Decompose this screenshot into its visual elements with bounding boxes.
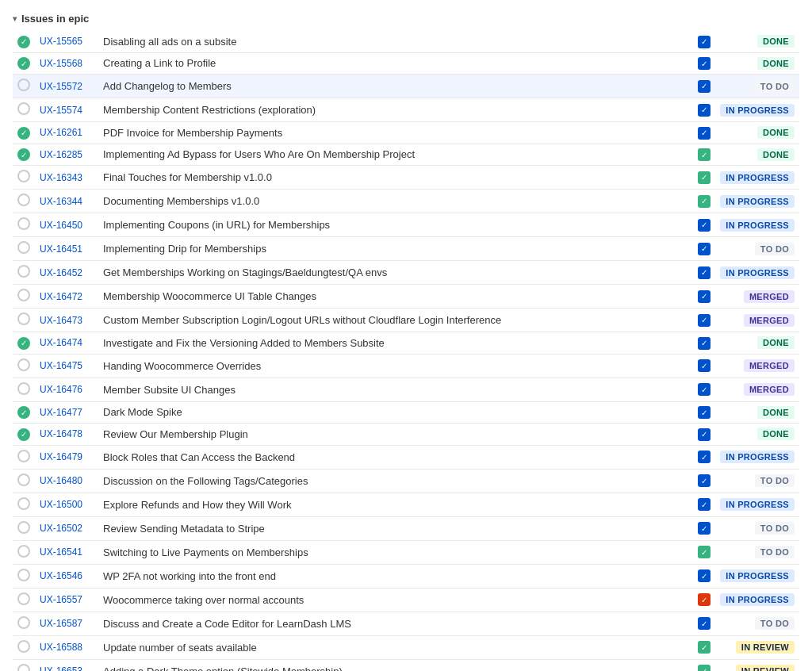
checkbox-cell[interactable]: ✓ <box>693 612 715 635</box>
issue-id-link[interactable]: UX-15572 <box>40 81 82 92</box>
issue-id-link[interactable]: UX-16450 <box>40 220 82 231</box>
table-row[interactable]: UX-15574Membership Content Restrictions … <box>13 98 799 122</box>
table-row[interactable]: ✓UX-16478Review Our Membership Plugin✓DO… <box>13 424 799 446</box>
table-row[interactable]: ✓UX-15565Disabling all ads on a subsite✓… <box>13 31 799 52</box>
issue-id-link[interactable]: UX-15565 <box>40 36 82 47</box>
checkbox-icon[interactable]: ✓ <box>698 359 710 372</box>
table-row[interactable]: ✓UX-16474Investigate and Fix the Version… <box>13 332 799 355</box>
issue-id[interactable]: UX-16480 <box>35 469 98 493</box>
issue-id[interactable]: UX-16587 <box>35 612 98 635</box>
epic-header[interactable]: ▾ Issues in epic <box>13 8 799 31</box>
checkbox-cell[interactable]: ✓ <box>693 144 715 166</box>
issue-id-link[interactable]: UX-16344 <box>40 196 82 207</box>
issue-id-link[interactable]: UX-16474 <box>40 337 82 348</box>
table-row[interactable]: ✓UX-16261PDF Invoice for Membership Paym… <box>13 122 799 144</box>
checkbox-icon[interactable]: ✓ <box>698 383 710 396</box>
issue-id-link[interactable]: UX-16587 <box>40 618 82 629</box>
checkbox-cell[interactable]: ✓ <box>693 31 715 52</box>
checkbox-icon[interactable]: ✓ <box>698 195 710 208</box>
issue-id-link[interactable]: UX-16261 <box>40 127 82 138</box>
checkbox-cell[interactable]: ✓ <box>693 401 715 424</box>
issue-id-link[interactable]: UX-16479 <box>40 451 82 462</box>
issue-id-link[interactable]: UX-16478 <box>40 428 82 439</box>
issue-id-link[interactable]: UX-16653 <box>40 665 82 671</box>
checkbox-icon[interactable]: ✓ <box>698 546 710 558</box>
table-row[interactable]: ✓UX-15568Creating a Link to Profile✓DONE <box>13 52 799 75</box>
issue-id[interactable]: UX-16472 <box>35 285 98 309</box>
issue-id[interactable]: UX-16343 <box>35 166 98 190</box>
issue-id-link[interactable]: UX-15568 <box>40 58 82 69</box>
table-row[interactable]: ✓UX-16285Implementing Ad Bypass for User… <box>13 144 799 166</box>
checkbox-cell[interactable]: ✓ <box>693 493 715 516</box>
issue-id[interactable]: UX-16473 <box>35 309 98 332</box>
checkbox-icon[interactable]: ✓ <box>698 593 710 606</box>
table-row[interactable]: UX-16557Woocommerce taking over normal a… <box>13 588 799 612</box>
checkbox-icon[interactable]: ✓ <box>698 266 710 279</box>
issue-id-link[interactable]: UX-16285 <box>40 149 82 160</box>
table-row[interactable]: UX-16475Handing Woocommerce Overrides✓ME… <box>13 354 799 378</box>
checkbox-icon[interactable]: ✓ <box>698 641 710 654</box>
checkbox-icon[interactable]: ✓ <box>698 451 710 463</box>
issue-id-link[interactable]: UX-16476 <box>40 384 82 395</box>
checkbox-cell[interactable]: ✓ <box>693 332 715 355</box>
checkbox-cell[interactable]: ✓ <box>693 237 715 261</box>
checkbox-icon[interactable]: ✓ <box>698 148 710 161</box>
table-row[interactable]: UX-16450Implementing Coupons (in URL) fo… <box>13 213 799 237</box>
issue-id-link[interactable]: UX-16480 <box>40 475 82 486</box>
checkbox-icon[interactable]: ✓ <box>698 104 710 117</box>
issue-id-link[interactable]: UX-15574 <box>40 105 82 116</box>
checkbox-cell[interactable]: ✓ <box>693 469 715 493</box>
checkbox-cell[interactable]: ✓ <box>693 516 715 540</box>
issue-id[interactable]: UX-16475 <box>35 354 98 378</box>
checkbox-cell[interactable]: ✓ <box>693 424 715 446</box>
issue-id[interactable]: UX-16261 <box>35 122 98 144</box>
checkbox-cell[interactable]: ✓ <box>693 98 715 122</box>
checkbox-cell[interactable]: ✓ <box>693 213 715 237</box>
table-row[interactable]: UX-16472Membership Woocommerce UI Table … <box>13 285 799 309</box>
issue-id-link[interactable]: UX-16452 <box>40 267 82 278</box>
checkbox-cell[interactable]: ✓ <box>693 52 715 75</box>
checkbox-icon[interactable]: ✓ <box>698 219 710 232</box>
issue-id-link[interactable]: UX-16473 <box>40 315 82 326</box>
checkbox-icon[interactable]: ✓ <box>698 243 710 255</box>
issue-id-link[interactable]: UX-16502 <box>40 523 82 534</box>
issue-id[interactable]: UX-16557 <box>35 588 98 612</box>
table-row[interactable]: UX-16480Discussion on the Following Tags… <box>13 469 799 493</box>
checkbox-cell[interactable]: ✓ <box>693 354 715 378</box>
table-row[interactable]: UX-16476Member Subsite UI Changes✓MERGED <box>13 378 799 401</box>
table-row[interactable]: UX-16653Adding a Dark Theme option (Site… <box>13 659 799 671</box>
checkbox-icon[interactable]: ✓ <box>698 36 710 48</box>
table-row[interactable]: UX-16479Block Roles that Can Access the … <box>13 445 799 469</box>
table-row[interactable]: UX-16546WP 2FA not working into the fron… <box>13 564 799 588</box>
issue-id-link[interactable]: UX-16343 <box>40 172 82 183</box>
table-row[interactable]: UX-16451Implementing Drip for Membership… <box>13 237 799 261</box>
checkbox-icon[interactable]: ✓ <box>698 171 710 184</box>
issue-id[interactable]: UX-16653 <box>35 659 98 671</box>
checkbox-icon[interactable]: ✓ <box>698 127 710 140</box>
checkbox-icon[interactable]: ✓ <box>698 498 710 511</box>
checkbox-icon[interactable]: ✓ <box>698 314 710 327</box>
issue-id-link[interactable]: UX-16541 <box>40 546 82 558</box>
issue-id-link[interactable]: UX-16546 <box>40 570 82 581</box>
issue-id[interactable]: UX-16546 <box>35 564 98 588</box>
checkbox-icon[interactable]: ✓ <box>698 474 710 487</box>
table-row[interactable]: UX-16500Explore Refunds and How they Wil… <box>13 493 799 516</box>
issue-id[interactable]: UX-16452 <box>35 261 98 285</box>
issue-id-link[interactable]: UX-16472 <box>40 291 82 302</box>
table-row[interactable]: ✓UX-16477Dark Mode Spike✓DONE <box>13 401 799 424</box>
table-row[interactable]: UX-16588Update number of seats available… <box>13 635 799 659</box>
issue-id-link[interactable]: UX-16588 <box>40 642 82 653</box>
issue-id[interactable]: UX-16541 <box>35 540 98 564</box>
issue-id[interactable]: UX-15574 <box>35 98 98 122</box>
issue-id[interactable]: UX-16502 <box>35 516 98 540</box>
issue-id[interactable]: UX-16344 <box>35 190 98 213</box>
checkbox-cell[interactable]: ✓ <box>693 122 715 144</box>
issue-id[interactable]: UX-16588 <box>35 635 98 659</box>
checkbox-icon[interactable]: ✓ <box>698 57 710 70</box>
table-row[interactable]: UX-16344Documenting Memberships v1.0.0✓I… <box>13 190 799 213</box>
checkbox-cell[interactable]: ✓ <box>693 659 715 671</box>
table-row[interactable]: UX-16587Discuss and Create a Code Editor… <box>13 612 799 635</box>
issue-id-link[interactable]: UX-16557 <box>40 594 82 605</box>
issue-id[interactable]: UX-16451 <box>35 237 98 261</box>
issue-id-link[interactable]: UX-16500 <box>40 499 82 510</box>
